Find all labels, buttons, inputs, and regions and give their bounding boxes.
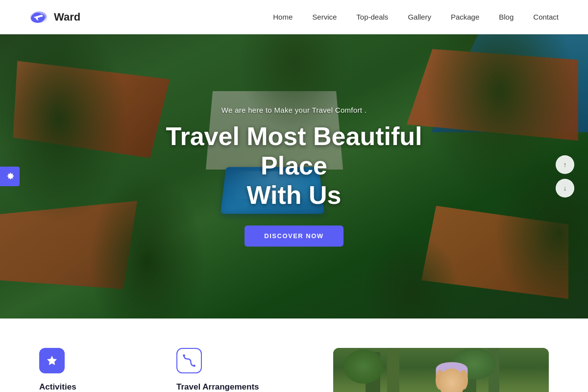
discover-now-button[interactable]: DISCOVER NOW <box>245 226 343 247</box>
nav-link-top-deals[interactable]: Top-deals <box>356 13 388 21</box>
hero-subtitle: We are here to Make your Travel Comfort … <box>147 106 441 114</box>
svg-point-8 <box>193 365 196 367</box>
nav-link-contact[interactable]: Contact <box>533 13 559 21</box>
hero-title-line2: With Us <box>246 181 341 209</box>
logo[interactable]: Ward <box>29 10 80 24</box>
activities-title: Activities <box>39 382 157 392</box>
scroll-arrows: ↑ ↓ <box>556 155 574 197</box>
nav-item-service[interactable]: Service <box>312 13 337 22</box>
nav-link-package[interactable]: Package <box>451 13 479 21</box>
nav-link-gallery[interactable]: Gallery <box>408 13 431 21</box>
features-section: Activities Lorem ipsum dolor sit, amet c… <box>0 318 588 392</box>
logo-icon <box>29 10 49 24</box>
nav-link-home[interactable]: Home <box>273 13 293 21</box>
nav-item-contact[interactable]: Contact <box>533 13 559 22</box>
activities-icon-wrapper <box>39 348 65 373</box>
hero-section: We are here to Make your Travel Comfort … <box>0 34 588 318</box>
feature-card-activities: Activities Lorem ipsum dolor sit, amet c… <box>39 348 176 392</box>
travel-icon-wrapper <box>176 348 202 373</box>
hero-title-line1: Travel Most Beautiful Place <box>166 122 422 180</box>
hero-content: We are here to Make your Travel Comfort … <box>147 106 441 246</box>
route-icon <box>182 354 196 368</box>
nav-link-blog[interactable]: Blog <box>499 13 514 21</box>
feature-card-travel: Travel Arrangements Lorem ipsum dolor si… <box>176 348 314 392</box>
brand-name: Ward <box>54 11 80 24</box>
settings-button[interactable] <box>0 167 20 186</box>
gear-icon <box>5 172 14 181</box>
scroll-down-button[interactable]: ↓ <box>556 179 574 197</box>
nav-item-gallery[interactable]: Gallery <box>408 13 431 22</box>
nav-links: Home Service Top-deals Gallery Package B… <box>273 13 559 22</box>
travel-title: Travel Arrangements <box>176 382 294 392</box>
nav-item-home[interactable]: Home <box>273 13 293 22</box>
star-icon <box>46 355 58 367</box>
hero-title: Travel Most Beautiful Place With Us <box>147 122 441 210</box>
svg-point-7 <box>183 354 185 357</box>
nav-item-package[interactable]: Package <box>451 13 479 22</box>
nav-item-blog[interactable]: Blog <box>499 13 514 22</box>
scroll-up-button[interactable]: ↑ <box>556 155 574 174</box>
arrow-up-icon: ↑ <box>564 161 567 169</box>
navbar: Ward Home Service Top-deals Gallery Pack… <box>0 0 588 34</box>
nav-item-top-deals[interactable]: Top-deals <box>356 13 388 22</box>
person-photo <box>333 348 549 392</box>
arrow-down-icon: ↓ <box>564 184 567 192</box>
person-photo-card <box>333 348 549 392</box>
nav-link-service[interactable]: Service <box>312 13 337 21</box>
